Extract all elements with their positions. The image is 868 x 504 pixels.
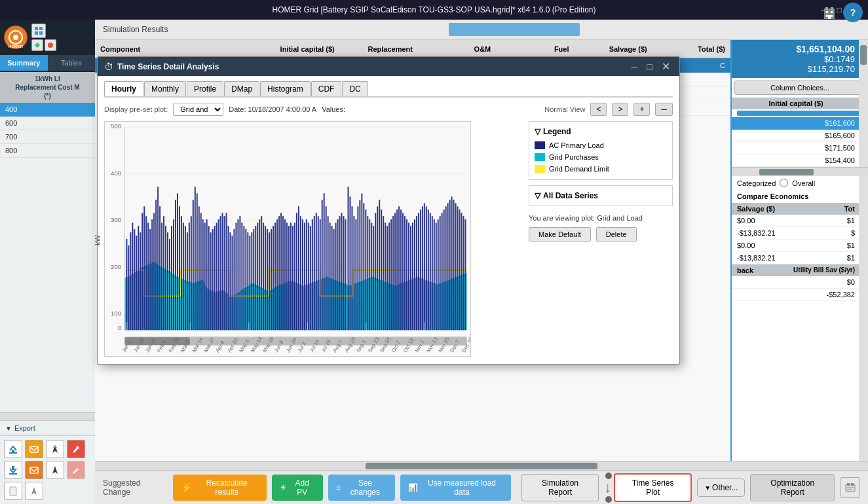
tab-histogram[interactable]: Histogram bbox=[260, 81, 311, 96]
dialog-maximize-button[interactable]: □ bbox=[645, 60, 655, 73]
svg-rect-175 bbox=[402, 213, 404, 330]
opt-icon-button[interactable] bbox=[840, 477, 860, 498]
table-row-400[interactable]: 400 bbox=[0, 103, 95, 117]
utility-row-2[interactable]: -$52,382 bbox=[732, 289, 868, 301]
zoom-out-button[interactable]: ─ bbox=[655, 103, 673, 116]
sidebar-table: 400 600 700 800 bbox=[0, 103, 95, 412]
icon-edit-2[interactable] bbox=[67, 461, 85, 479]
icon-upload[interactable] bbox=[4, 440, 22, 458]
toolbar-icon-2[interactable] bbox=[31, 39, 43, 51]
svg-rect-207 bbox=[464, 219, 466, 330]
svg-rect-92 bbox=[239, 216, 240, 330]
table-column-header: 1kWh LIReplacement Cost M(*) bbox=[0, 72, 95, 103]
svg-rect-119 bbox=[292, 226, 293, 330]
summary-tab[interactable]: Summary bbox=[0, 55, 48, 71]
nav-next-button[interactable]: > bbox=[612, 103, 628, 116]
svg-rect-118 bbox=[290, 223, 292, 330]
tab-monthly[interactable]: Monthly bbox=[144, 81, 186, 96]
svg-rect-78 bbox=[212, 229, 214, 330]
export-button[interactable]: ▼ Export bbox=[0, 420, 95, 435]
svg-rect-83 bbox=[222, 213, 223, 330]
svg-rect-102 bbox=[259, 219, 260, 330]
opt-report-button[interactable]: Optimization Report bbox=[750, 474, 835, 501]
icon-tower-3[interactable] bbox=[25, 482, 43, 500]
svg-text:200: 200 bbox=[111, 263, 122, 270]
tab-hourly[interactable]: Hourly bbox=[104, 81, 143, 96]
ac-load-color bbox=[535, 141, 545, 149]
legend-title[interactable]: ▽ Legend bbox=[535, 127, 667, 136]
icon-mail-2[interactable] bbox=[25, 461, 43, 479]
tables-tab[interactable]: Tables bbox=[48, 55, 96, 71]
nav-prev-button[interactable]: < bbox=[590, 103, 607, 116]
table-row-700[interactable]: 700 bbox=[0, 130, 95, 144]
svg-rect-84 bbox=[224, 216, 225, 330]
svg-rect-213 bbox=[425, 322, 425, 330]
all-data-title[interactable]: ▽ All Data Series bbox=[535, 191, 667, 200]
right-row-4[interactable]: $154,400 bbox=[732, 154, 868, 167]
svg-rect-125 bbox=[304, 223, 305, 330]
delete-button[interactable]: Delete bbox=[596, 227, 637, 242]
salvage-row-4[interactable]: -$13,832.21$1 bbox=[732, 252, 868, 264]
make-default-button[interactable]: Make Default bbox=[529, 227, 591, 242]
svg-rect-130 bbox=[314, 216, 315, 330]
icon-tower-2[interactable] bbox=[46, 461, 64, 479]
help-icon[interactable]: ? bbox=[843, 3, 863, 22]
use-measured-button[interactable]: 📊 Use measured load data bbox=[400, 475, 511, 501]
svg-rect-248 bbox=[825, 7, 828, 10]
tab-profile[interactable]: Profile bbox=[187, 81, 223, 96]
sim-report-button[interactable]: Simulation Report bbox=[521, 474, 599, 501]
h-scrollbar-right[interactable] bbox=[732, 167, 868, 176]
salvage-row-2[interactable]: -$13,832.21$ bbox=[732, 227, 868, 240]
svg-rect-10 bbox=[9, 452, 17, 454]
salvage-row-3[interactable]: $0.00$1 bbox=[732, 240, 868, 252]
svg-rect-117 bbox=[288, 226, 290, 330]
right-row-2[interactable]: $165,600 bbox=[732, 130, 868, 142]
zoom-in-button[interactable]: + bbox=[633, 103, 650, 116]
svg-rect-60 bbox=[177, 193, 178, 330]
utility-bill-header: back Utility Bill Sav ($/yr) bbox=[732, 264, 868, 276]
column-choices-button[interactable]: Column Choices... bbox=[734, 81, 865, 95]
svg-rect-49 bbox=[155, 200, 157, 330]
tab-dmap[interactable]: DMap bbox=[224, 81, 259, 96]
utility-row-1[interactable]: $0 bbox=[732, 276, 868, 289]
sim-results-bar: Simulation Results bbox=[95, 20, 868, 40]
svg-rect-93 bbox=[241, 223, 242, 330]
dialog-close-button[interactable]: ✕ bbox=[659, 60, 673, 73]
right-scrollbar[interactable] bbox=[859, 40, 868, 461]
other-button[interactable]: ▼ Other... bbox=[697, 478, 745, 497]
preset-dropdown[interactable]: Grid and bbox=[173, 103, 223, 116]
h-scrollbar-sidebar[interactable] bbox=[0, 412, 95, 420]
categorized-radio[interactable] bbox=[780, 179, 788, 187]
table-row-600[interactable]: 600 bbox=[0, 117, 95, 130]
svg-rect-45 bbox=[147, 223, 149, 330]
time-series-button[interactable]: Time Series Plot bbox=[614, 473, 692, 502]
icon-tower[interactable] bbox=[46, 440, 64, 458]
svg-rect-145 bbox=[343, 216, 345, 330]
svg-rect-196 bbox=[443, 209, 445, 330]
right-row-3[interactable]: $171,500 bbox=[732, 142, 868, 154]
building-icon[interactable] bbox=[820, 3, 839, 22]
metric-cost3: $115,219.70 bbox=[740, 64, 855, 74]
dialog-minimize-button[interactable]: ─ bbox=[629, 60, 641, 73]
toolbar-icon-3[interactable] bbox=[45, 39, 56, 51]
add-pv-button[interactable]: ☀ Add PV bbox=[272, 475, 323, 501]
icon-download[interactable] bbox=[4, 461, 22, 479]
h-scrollbar-main[interactable] bbox=[95, 461, 868, 470]
svg-rect-103 bbox=[261, 216, 262, 330]
icon-mail[interactable] bbox=[25, 440, 43, 458]
chart-svg[interactable]: 500 400 300 200 100 0 bbox=[104, 121, 471, 357]
tab-cdf[interactable]: CDF bbox=[311, 81, 342, 96]
right-row-1[interactable]: $161,600 bbox=[732, 117, 868, 130]
svg-rect-15 bbox=[10, 487, 16, 495]
salvage-row-1[interactable]: $0.00$1 bbox=[732, 215, 868, 227]
see-changes-button[interactable]: ≡ See changes bbox=[328, 475, 395, 501]
recalculate-button[interactable]: ⚡ Recalculate results bbox=[173, 475, 266, 501]
icon-blank-1[interactable] bbox=[4, 482, 22, 500]
dialog-icon: ⏱ bbox=[104, 62, 113, 72]
table-row-800[interactable]: 800 bbox=[0, 144, 95, 158]
svg-text:300: 300 bbox=[111, 216, 122, 223]
icon-edit[interactable] bbox=[67, 440, 85, 458]
svg-rect-101 bbox=[257, 223, 258, 330]
toolbar-icon-1[interactable] bbox=[31, 24, 46, 38]
tab-dc[interactable]: DC bbox=[342, 81, 368, 96]
